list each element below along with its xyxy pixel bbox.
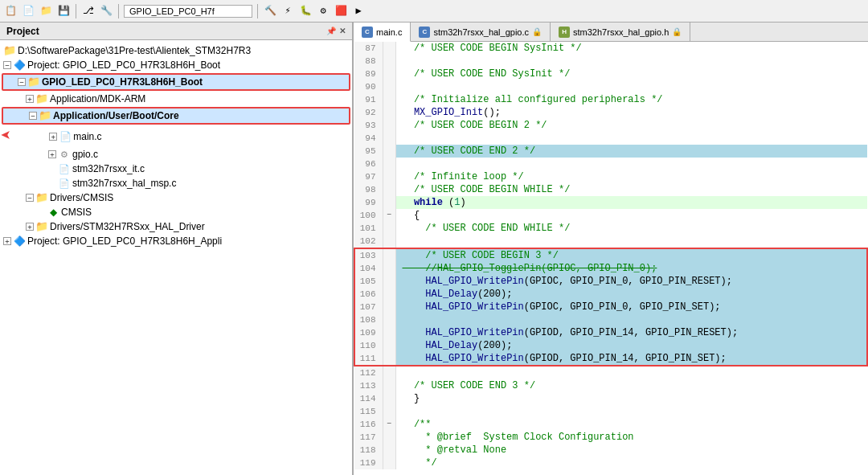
table-row: 102 [354,235,867,248]
tree-item-main-project[interactable]: − 📁 GPIO_LED_PC0_H7R3L8H6H_Boot [2,73,350,91]
tree-item-project-appli[interactable]: + 🔷 Project: GPIO_LED_PC0_H7R3L8H6H_Appl… [0,234,352,248]
project-title-input[interactable]: GPIO_LED_PC0_H7f [124,5,252,18]
line-number: 103 [354,248,383,262]
toolbar-icon-build[interactable]: 🔨 [263,4,277,18]
code-line [395,235,867,248]
tab-bar: C main.c C stm32h7rsxx_hal_gpio.c 🔒 H st… [354,23,868,42]
line-marker [383,366,395,379]
toolbar-icon-stop[interactable]: 🟥 [334,4,348,18]
tab-hal-gpio-c[interactable]: C stm32h7rsxx_hal_gpio.c 🔒 [411,23,551,41]
expand-plus-drivers-stm[interactable]: + [26,223,34,231]
expand-plus-appli[interactable]: + [3,237,11,245]
panel-title: Project [6,26,39,37]
line-number: 88 [354,55,383,68]
table-row: 108 [354,313,867,326]
tree-item-stm32-msp[interactable]: 📄 stm32h7rsxx_hal_msp.c [0,176,352,190]
line-marker [383,444,395,457]
expand-minus-drivers-cmsis[interactable]: − [26,194,34,202]
tree-item-stm32-it[interactable]: 📄 stm32h7rsxx_it.c [0,162,352,176]
project-tree: 📁 D:\SoftwarePackage\31Pre-test\Alientek… [0,40,352,475]
tree-label-drivers-cmsis: Drivers/CMSIS [50,191,113,204]
project-icon-appli: 🔷 [13,235,26,248]
code-line [395,132,867,145]
line-marker[interactable]: − [383,209,395,222]
expand-minus-icon[interactable]: − [3,61,11,69]
line-marker [383,431,395,444]
toolbar-icon-4[interactable]: 💾 [56,4,71,18]
toolbar-icon-1[interactable]: 📋 [3,4,18,18]
table-row: 115 [354,405,867,418]
line-marker[interactable]: − [383,418,395,431]
code-line: HAL_GPIO_WritePin(GPIOC, GPIO_PIN_0, GPI… [395,301,867,313]
panel-header: Project 📌 ✕ [0,23,352,40]
expand-plus-icon[interactable]: + [26,95,34,103]
line-number: 101 [354,222,383,235]
table-row: 100− { [354,209,867,222]
line-number: 94 [354,132,383,145]
table-row: 113 /* USER CODE END 3 */ [354,379,867,392]
line-marker [383,235,395,248]
gear-icon-gpio: ⚙ [58,148,71,161]
tree-label-cmsis: CMSIS [61,206,92,219]
line-marker [383,405,395,418]
line-number: 118 [354,444,383,457]
code-line [395,313,867,326]
line-number: 116 [354,418,383,431]
toolbar-icon-3[interactable]: 📁 [39,4,53,18]
tree-label-stm32-it: stm32h7rsxx_it.c [72,162,145,175]
line-marker [383,222,395,235]
tree-item-root-path[interactable]: 📁 D:\SoftwarePackage\31Pre-test\Alientek… [0,43,352,58]
tree-item-drivers-cmsis[interactable]: − 📁 Drivers/CMSIS [0,190,352,205]
line-marker [383,119,395,132]
toolbar-icon-5[interactable]: ⎇ [81,4,96,18]
code-editor-panel: C main.c C stm32h7rsxx_hal_gpio.c 🔒 H st… [354,23,868,475]
expand-minus-icon-2[interactable]: − [18,78,26,86]
expand-plus-main-c[interactable]: + [49,133,57,141]
tree-item-cmsis[interactable]: ◆ CMSIS [0,205,352,219]
tab-label-hal-gpio-h: stm32h7rsxx_hal_gpio.h [573,27,669,37]
tree-item-main-c[interactable]: + 📄 main.c [12,129,352,144]
tree-item-main-c-row: ➤ + 📄 main.c [0,125,352,147]
tree-label-root-path: D:\SoftwarePackage\31Pre-test\Alientek_S… [18,44,251,57]
table-row: 103 /* USER CODE BEGIN 3 */ [354,248,867,262]
line-marker [383,457,395,469]
code-line: * @retval None [395,444,867,457]
tab-c-icon-main: C [362,27,373,38]
tree-item-project-root[interactable]: − 🔷 Project: GPIO_LED_PC0_H7R3L8H6H_Boot [0,58,352,72]
toolbar-icon-run[interactable]: ▶ [351,4,366,18]
code-area[interactable]: 87 /* USER CODE BEGIN SysInit */8889 /* … [354,42,868,475]
tree-item-app-mdk[interactable]: + 📁 Application/MDK-ARM [0,92,352,106]
line-number: 91 [354,93,383,106]
tree-item-gpio-c[interactable]: + ⚙ gpio.c [0,147,352,162]
toolbar-icon-6[interactable]: 🔧 [99,4,113,18]
toolbar-separator-1 [76,4,76,18]
code-line: */ [395,457,867,469]
file-icon-msp: 📄 [58,177,71,190]
tree-item-app-user[interactable]: − 📁 Application/User/Boot/Core [2,107,350,125]
table-row: 105 HAL_GPIO_WritePin(GPIOC, GPIO_PIN_0,… [354,275,867,288]
toolbar-icon-settings[interactable]: ⚙ [316,4,330,18]
line-number: 99 [354,196,383,209]
toolbar-icon-flash[interactable]: ⚡ [280,4,295,18]
toolbar-icon-debug[interactable]: 🐛 [298,4,313,18]
code-line [395,366,867,379]
line-marker [383,106,395,119]
file-icon-it: 📄 [58,162,71,175]
expand-minus-icon-3[interactable]: − [29,112,37,120]
code-line [395,158,867,170]
line-marker [383,42,395,55]
line-marker [383,352,395,366]
toolbar-icon-2[interactable]: 📄 [21,4,35,18]
code-line: HAL_Delay(200); [395,288,867,301]
expand-plus-gpio[interactable]: + [48,150,56,158]
code-line [395,55,867,68]
tree-label-gpio-c: gpio.c [72,148,98,161]
tree-label-drivers-stm: Drivers/STM32H7RSxx_HAL_Driver [50,220,205,233]
folder-icon-mdk: 📁 [35,92,48,105]
panel-icon-close[interactable]: ✕ [339,27,346,35]
tab-hal-gpio-h[interactable]: H stm32h7rsxx_hal_gpio.h 🔒 [551,23,690,41]
panel-icon-pin[interactable]: 📌 [326,27,336,35]
table-row: 91 /* Initialize all configured peripher… [354,93,867,106]
tree-item-drivers-stm[interactable]: + 📁 Drivers/STM32H7RSxx_HAL_Driver [0,219,352,234]
tab-main-c[interactable]: C main.c [354,23,411,42]
